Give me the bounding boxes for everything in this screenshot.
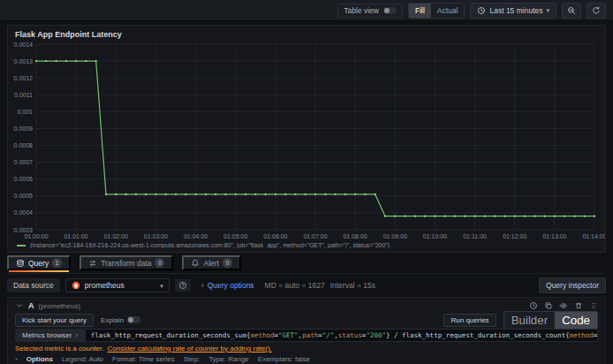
tab-alert[interactable]: Alert0 <box>182 255 240 270</box>
clock-icon <box>477 6 486 15</box>
panel-title[interactable]: Flask App Endpoint Latency <box>8 26 605 40</box>
actual-button[interactable]: Actual <box>431 4 465 18</box>
duplicate-button[interactable] <box>544 301 553 310</box>
chart-legend[interactable]: {instance="ec2-184-169-216-224.us-west-1… <box>8 241 605 248</box>
hide-button[interactable] <box>559 301 568 310</box>
svg-text:01:14:00: 01:14:00 <box>582 233 605 239</box>
datasource-row: Data source prometheus ▾ ‹ Query options… <box>7 276 606 295</box>
svg-text:01:02:00: 01:02:00 <box>104 233 128 239</box>
svg-text:0.0009: 0.0009 <box>14 125 34 132</box>
svg-text:01:08:00: 01:08:00 <box>343 233 367 239</box>
svg-text:01:00:00: 01:00:00 <box>24 233 48 239</box>
time-range-label: Last 15 minutes <box>489 6 542 15</box>
code-mode-button[interactable]: Code <box>555 312 597 329</box>
table-view-toggle-group: Table view <box>337 4 403 18</box>
warning-rate-link[interactable]: Consider calculating rate of counter by … <box>108 345 272 353</box>
query-expression-row: Metrics browser › flask_http_request_dur… <box>15 329 598 342</box>
query-row-header[interactable]: A (prometheus) <box>15 300 598 311</box>
tab-count-badge: 0 <box>155 258 164 268</box>
svg-text:0.0012: 0.0012 <box>14 75 34 81</box>
panel-size-toggle: Fill Actual <box>408 3 465 19</box>
remove-button[interactable] <box>574 301 583 310</box>
switch-knob <box>384 8 390 13</box>
chevron-down-icon: ▾ <box>546 7 549 13</box>
transform-icon <box>88 259 97 268</box>
latency-chart[interactable]: 0.00140.00130.00120.00110.0010.00090.000… <box>8 40 605 241</box>
refresh-button[interactable] <box>587 3 606 19</box>
svg-text:0.001: 0.001 <box>17 109 33 115</box>
run-queries-button[interactable]: Run queries <box>443 314 496 327</box>
table-view-label: Table view <box>344 6 379 15</box>
zoom-out-button[interactable] <box>562 3 581 19</box>
drag-handle-icon <box>589 301 598 310</box>
option-summary-item: Exemplars: false <box>258 355 310 363</box>
tab-label: Alert <box>203 259 218 268</box>
svg-text:01:13:00: 01:13:00 <box>542 233 566 239</box>
drag-handle-button[interactable] <box>589 301 598 310</box>
tab-label: Transform data <box>101 259 151 268</box>
option-summary-item: Type: Range <box>208 355 248 363</box>
interval-summary: Interval = 15s <box>330 281 375 290</box>
svg-text:0.0011: 0.0011 <box>14 92 33 98</box>
tab-query[interactable]: Query1 <box>7 255 71 270</box>
explain-switch[interactable] <box>127 316 140 323</box>
legend-series-marker <box>17 245 26 246</box>
svg-text:01:03:00: 01:03:00 <box>144 233 168 239</box>
legend-series-label: {instance="ec2-184-169-216-224.us-west-1… <box>30 242 390 248</box>
svg-text:01:06:00: 01:06:00 <box>263 233 287 239</box>
kick-start-query-button[interactable]: Kick start your query <box>15 314 94 327</box>
datasource-help-button[interactable] <box>175 279 191 292</box>
chevron-right-icon: › <box>15 355 18 363</box>
datasource-picker[interactable]: prometheus ▾ <box>65 278 170 292</box>
query-ref-id: A <box>28 301 34 310</box>
bell-icon <box>191 259 200 268</box>
svg-text:0.0005: 0.0005 <box>14 193 34 199</box>
query-inspector-button[interactable]: Query inspector <box>539 277 606 293</box>
query-editor-card: A (prometheus) Kick start your query Exp… <box>7 297 606 364</box>
tab-count-badge: 1 <box>52 258 62 268</box>
svg-text:0.0014: 0.0014 <box>14 42 34 48</box>
time-range-picker[interactable]: Last 15 minutes ▾ <box>470 3 556 19</box>
option-summary-item: Format: Time series <box>112 355 175 363</box>
remove-icon <box>574 301 583 310</box>
warning-text: Selected metric is a counter. <box>15 345 104 353</box>
metrics-browser-button[interactable]: Metrics browser › <box>15 329 85 342</box>
query-options-summary-row[interactable]: › Options Legend: AutoFormat: Time serie… <box>15 354 598 364</box>
query-options-toggle[interactable]: ‹ Query options <box>196 280 260 291</box>
chevron-down-icon: ▾ <box>160 283 163 289</box>
tab-label: Query <box>28 259 49 268</box>
counter-warning: Selected metric is a counter. Consider c… <box>15 344 598 353</box>
svg-text:0.0013: 0.0013 <box>14 58 34 64</box>
svg-text:0.0008: 0.0008 <box>14 142 34 148</box>
hide-icon <box>559 301 568 310</box>
chevron-right-icon: › <box>75 332 77 338</box>
svg-text:0.0007: 0.0007 <box>14 159 34 165</box>
help-icon <box>178 281 187 290</box>
svg-text:01:09:00: 01:09:00 <box>383 233 407 239</box>
prometheus-icon <box>72 281 80 290</box>
top-toolbar: Table view Fill Actual Last 15 minutes ▾ <box>0 0 613 21</box>
svg-text:01:11:00: 01:11:00 <box>463 233 487 239</box>
fill-button[interactable]: Fill <box>409 4 431 18</box>
options-items: Legend: AutoFormat: Time seriesStep:Type… <box>62 355 310 363</box>
max-data-points-summary: MD = auto = 1627 <box>265 281 325 290</box>
database-icon <box>16 259 25 268</box>
svg-text:01:04:00: 01:04:00 <box>184 233 208 239</box>
timeseries-panel: Flask App Endpoint Latency 0.00140.00130… <box>7 25 606 253</box>
tab-transform-data[interactable]: Transform data0 <box>79 255 173 270</box>
builder-mode-button[interactable]: Builder <box>504 312 556 329</box>
explain-toggle-group: Explain <box>101 316 140 324</box>
editor-tabs: Query1Transform data0Alert0 <box>7 255 606 274</box>
datasource-label: Data source <box>7 278 60 292</box>
query-options-label: Query options <box>208 281 254 290</box>
svg-text:01:05:00: 01:05:00 <box>223 233 247 239</box>
promql-expression-input[interactable]: flask_http_request_duration_seconds_sum{… <box>85 329 598 342</box>
svg-text:01:10:00: 01:10:00 <box>423 233 447 239</box>
svg-text:01:01:00: 01:01:00 <box>64 233 87 239</box>
svg-text:01:12:00: 01:12:00 <box>503 233 526 239</box>
history-button[interactable] <box>529 301 538 310</box>
switch-knob <box>128 317 133 322</box>
collapse-chevron-icon[interactable] <box>15 301 24 310</box>
table-view-switch[interactable] <box>383 7 397 14</box>
options-label: Options <box>26 355 53 363</box>
